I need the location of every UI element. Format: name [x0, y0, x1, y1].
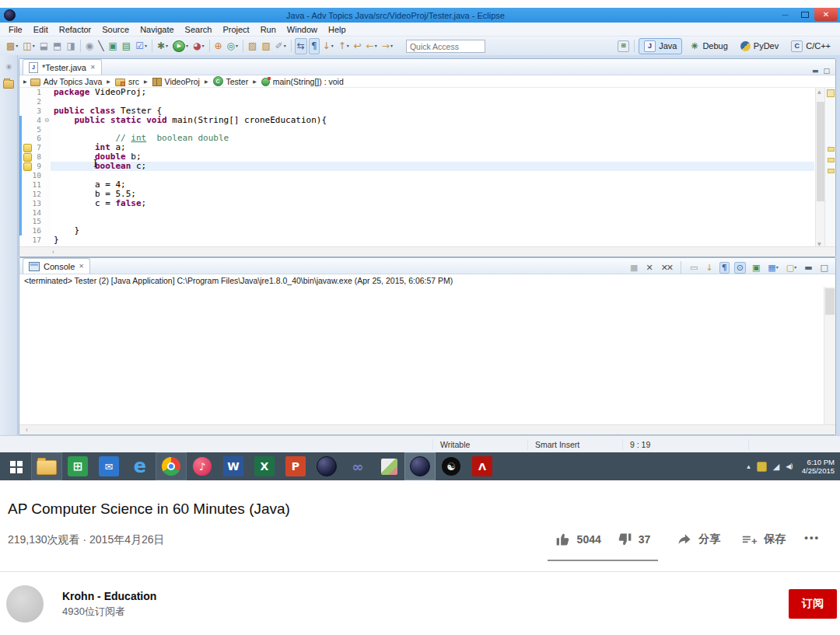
update-icon[interactable] [757, 462, 767, 472]
obs-icon[interactable] [436, 452, 467, 480]
menu-help[interactable]: Help [323, 25, 352, 34]
open-type-icon[interactable]: ▨ [247, 39, 258, 54]
tab-tester-java[interactable]: J *Tester.java ✕ [23, 59, 102, 75]
prev-annotation-icon[interactable]: ↑▾ [337, 39, 351, 54]
perspective-java[interactable]: Java [639, 38, 682, 54]
scroll-left-icon[interactable]: ‹ [19, 249, 54, 256]
gc-icon[interactable]: ◎▾ [226, 39, 240, 54]
word-icon[interactable] [218, 452, 249, 480]
menu-file[interactable]: File [3, 25, 28, 34]
console-output-area[interactable] [19, 287, 835, 425]
menu-search[interactable]: Search [180, 25, 218, 34]
mail-icon[interactable] [93, 452, 124, 480]
next-annotation-icon[interactable]: ↓▾ [321, 39, 335, 54]
pin-console-icon[interactable]: ⊙ [734, 262, 746, 274]
show-hidden-icons-icon[interactable] [747, 462, 751, 470]
dislike-button[interactable]: 37 [609, 529, 659, 550]
like-button[interactable]: 5044 [548, 529, 609, 550]
debug-icon[interactable]: ✱▾ [156, 39, 170, 54]
itunes-icon[interactable] [187, 452, 218, 480]
internet-explorer-icon[interactable] [124, 452, 156, 480]
channel-name[interactable]: Krohn - Education [62, 590, 156, 602]
quick-access-input[interactable] [406, 40, 485, 53]
more-actions-button[interactable]: ••• [793, 529, 824, 546]
terminate-icon[interactable]: ■ [628, 263, 639, 273]
start-button[interactable] [0, 452, 31, 480]
perspective-pydev[interactable]: PyDev [735, 39, 784, 54]
scroll-lock-icon[interactable]: ↓ [705, 263, 715, 273]
chrome-icon[interactable] [156, 452, 187, 480]
minimize-editor-icon[interactable]: ▬ [812, 67, 819, 75]
back-icon[interactable]: ←▾ [365, 39, 379, 54]
menu-refactor[interactable]: Refactor [54, 25, 97, 34]
open-resource-icon[interactable]: ▧ [260, 39, 271, 54]
file-explorer-icon[interactable] [31, 452, 62, 480]
task-icon[interactable]: ☑▾ [134, 39, 149, 54]
breadcrumb-item[interactable]: Adv Topics Java [30, 77, 103, 86]
maximize-editor-icon[interactable]: □ [823, 67, 830, 75]
photos-icon[interactable] [373, 452, 404, 480]
annotation-icon[interactable]: ╲ [96, 39, 105, 54]
network-icon[interactable] [773, 462, 779, 472]
volume-icon[interactable] [786, 462, 792, 470]
open-perspective-icon[interactable] [616, 39, 631, 54]
scroll-left-icon[interactable]: ‹ [19, 427, 28, 434]
visual-studio-icon[interactable] [342, 452, 373, 480]
overview-ruler[interactable] [824, 88, 835, 247]
minimize-view-icon[interactable]: ▬ [803, 263, 814, 273]
menu-edit[interactable]: Edit [28, 25, 54, 34]
forward-icon[interactable]: →▾ [380, 39, 394, 54]
package-explorer-icon[interactable] [3, 79, 14, 89]
scroll-down-icon[interactable]: ▼ [817, 241, 821, 246]
breadcrumb-item[interactable]: VideoProj [152, 77, 200, 86]
remove-launch-icon[interactable]: ✕ [644, 263, 654, 273]
perspective-cpp[interactable]: C/C++ [786, 38, 836, 54]
menu-navigate[interactable]: Navigate [135, 25, 179, 34]
save-button[interactable]: 保存 [734, 529, 793, 550]
coverage-icon[interactable]: ◕▾ [191, 39, 206, 54]
show-whitespace-icon[interactable]: ¶ [309, 38, 320, 54]
last-edit-icon[interactable]: ↩ [352, 39, 363, 54]
eclipse-titlebar[interactable]: Java - Adv Topics Java/src/VideoProj/Tes… [0, 8, 840, 23]
restore-views-icon[interactable]: ✳ [3, 61, 14, 72]
print-icon[interactable]: ⬒ [51, 39, 63, 54]
word-wrap-icon[interactable]: ¶ [719, 262, 730, 274]
run-icon[interactable]: ▶▾ [171, 39, 190, 54]
perspective-debug[interactable]: Debug [684, 39, 733, 54]
console-horizontal-scrollbar[interactable]: ‹ [19, 424, 835, 434]
menu-run[interactable]: Run [255, 25, 282, 34]
show-on-stdout-icon[interactable]: ▣ [751, 263, 761, 273]
open-console-icon[interactable]: ▦▾ [766, 263, 779, 273]
breadcrumb-item[interactable]: Tester [213, 76, 249, 86]
save-all-icon[interactable]: ◫▾ [21, 39, 36, 54]
close-console-tab-icon[interactable]: ✕ [79, 263, 84, 270]
powerpoint-icon[interactable] [280, 452, 311, 480]
channel-avatar[interactable] [6, 585, 44, 623]
editor-horizontal-scrollbar[interactable]: ‹ [19, 246, 835, 256]
menu-source[interactable]: Source [96, 25, 135, 34]
maximize-view-icon[interactable]: □ [819, 263, 830, 273]
search-icon[interactable]: ◉ [84, 39, 95, 54]
adobe-reader-icon[interactable] [467, 452, 498, 480]
eclipse-pinned-icon[interactable] [311, 452, 342, 480]
code-editor[interactable]: 1package VideoProj;23public class Tester… [19, 88, 835, 247]
video-player[interactable]: Java - Adv Topics Java/src/VideoProj/Tes… [0, 0, 840, 482]
restore-window-icon[interactable] [795, 9, 814, 20]
breadcrumb-item[interactable]: src [115, 77, 139, 86]
clear-console-icon[interactable]: ▭ [688, 263, 699, 273]
eclipse-active-icon[interactable] [404, 452, 436, 480]
tab-console[interactable]: Console ✕ [23, 258, 90, 274]
mark-occurrences-icon[interactable]: ✐▾ [274, 39, 288, 54]
store-icon[interactable] [62, 452, 93, 480]
excel-icon[interactable] [249, 452, 280, 480]
minimize-window-icon[interactable]: — [775, 9, 795, 20]
new-class-icon[interactable]: ▤ [121, 39, 132, 54]
new-package-icon[interactable]: ▣ [107, 39, 118, 54]
junit-icon[interactable]: ⊕ [213, 39, 224, 54]
menu-project[interactable]: Project [217, 25, 254, 34]
export-icon[interactable]: ◨ [65, 39, 76, 54]
clock[interactable]: 6:10 PM 4/25/2015 [799, 458, 835, 475]
save-icon[interactable]: ⬓ [38, 39, 50, 54]
menu-window[interactable]: Window [282, 25, 323, 34]
breadcrumb-expand-icon[interactable]: ▶ [23, 79, 27, 84]
